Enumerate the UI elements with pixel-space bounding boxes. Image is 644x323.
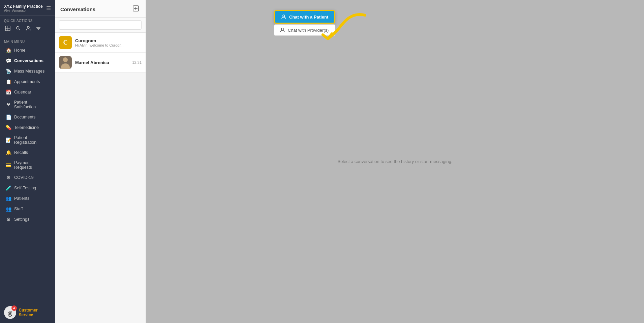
curogram-preview: Hi Alvin, welcome to Curogr...	[75, 43, 138, 47]
sidebar-item-home[interactable]: 🏠 Home	[1, 45, 54, 55]
settings-icon: ⚙	[5, 217, 11, 222]
search-input[interactable]	[59, 20, 142, 30]
sidebar-item-patient-satisfaction[interactable]: ❤ Patient Satisfaction	[1, 98, 54, 112]
sidebar-item-payment-requests[interactable]: 💳 Payment Requests	[1, 158, 54, 172]
sidebar-item-label-home: Home	[14, 48, 25, 53]
sidebar-item-label-telemedicine: Telemedicine	[14, 125, 39, 130]
sidebar-item-label-recalls: Recalls	[14, 150, 28, 155]
sidebar-item-label-settings: Settings	[14, 217, 29, 222]
marnel-avatar	[59, 56, 72, 69]
sidebar-item-patients[interactable]: 👥 Patients	[1, 193, 54, 204]
patients-icon: 👥	[5, 196, 11, 201]
chat-with-patient-button[interactable]: Chat with a Patient	[274, 10, 335, 24]
covid-icon: ⚙	[5, 175, 11, 180]
svg-point-5	[27, 26, 29, 28]
sidebar-item-label-staff: Staff	[14, 207, 23, 211]
sidebar-item-settings[interactable]: ⚙ Settings	[1, 214, 54, 224]
conversations-panel: Conversations C	[55, 0, 146, 323]
marnel-conv-info: Marnel Abrenica	[75, 60, 129, 65]
conversation-list: C Curogram Hi Alvin, welcome to Curogr..…	[55, 33, 146, 323]
marnel-time: 12:31	[132, 60, 142, 64]
sidebar-item-label-patients: Patients	[14, 196, 29, 201]
nav-list: 🏠 Home 💬 Conversations 📡 Mass Messages 📋…	[0, 45, 55, 302]
svg-point-13	[281, 28, 283, 30]
svg-point-3	[17, 27, 19, 29]
sidebar-item-calendar[interactable]: 📅 Calendar	[1, 87, 54, 97]
sidebar-item-patient-registration[interactable]: 📝 Patient Registration	[1, 133, 54, 147]
sidebar-item-covid19[interactable]: ⚙ COVID-19	[1, 172, 54, 183]
hamburger-icon[interactable]: ☰	[46, 5, 51, 11]
svg-point-12	[283, 15, 285, 17]
sidebar-item-label-patient-registration: Patient Registration	[14, 135, 50, 145]
sidebar-header: XYZ Family Practice Alvin Amoroso ☰	[0, 0, 55, 16]
conversations-title: Conversations	[60, 6, 95, 12]
customer-service-footer[interactable]: g 4 Customer Service	[0, 302, 55, 323]
customer-service-icon: g 4	[4, 306, 16, 319]
sidebar-item-mass-messages[interactable]: 📡 Mass Messages	[1, 66, 54, 76]
self-testing-icon: 🧪	[5, 185, 11, 191]
brand-name: XYZ Family Practice	[4, 4, 43, 9]
curogram-name: Curogram	[75, 38, 138, 43]
sidebar-item-self-testing[interactable]: 🧪 Self-Testing	[1, 183, 54, 193]
dropdown-menu: Chat with a Patient Chat with Provider(s…	[274, 10, 335, 36]
new-conversation-button[interactable]	[131, 5, 140, 14]
curogram-conv-info: Curogram Hi Alvin, welcome to Curogr...	[75, 38, 138, 47]
content-row: Conversations C	[55, 0, 644, 323]
conversations-icon: 💬	[5, 58, 11, 63]
chat-with-provider-button[interactable]: Chat with Provider(s)	[274, 24, 335, 36]
customer-service-label: Customer Service	[19, 308, 51, 317]
sidebar-item-label-appointments: Appointments	[14, 79, 40, 84]
curogram-avatar: C	[59, 36, 72, 49]
sidebar-item-label-documents: Documents	[14, 115, 35, 119]
marnel-name: Marnel Abrenica	[75, 60, 129, 65]
main-menu-label: Main Menu	[0, 37, 55, 45]
calendar-icon: 📅	[5, 89, 11, 95]
sidebar-item-label-calendar: Calendar	[14, 90, 31, 95]
chat-placeholder: Select a conversation to see the history…	[337, 159, 452, 164]
chat-with-patient-label: Chat with a Patient	[289, 15, 328, 20]
chat-area: Select a conversation to see the history…	[146, 0, 644, 323]
quick-actions-label: Quick Actions	[0, 16, 55, 25]
sidebar-item-label-patient-satisfaction: Patient Satisfaction	[14, 100, 50, 109]
brand-subtitle: Alvin Amoroso	[4, 9, 43, 12]
quick-actions-row	[0, 25, 55, 37]
compose-button[interactable]	[4, 25, 11, 34]
sidebar-item-telemedicine[interactable]: 💊 Telemedicine	[1, 123, 54, 133]
sidebar-item-label-covid19: COVID-19	[14, 175, 34, 180]
sidebar-item-conversations[interactable]: 💬 Conversations	[1, 56, 54, 66]
g-icon: g	[8, 308, 12, 317]
sidebar-item-label-payment-requests: Payment Requests	[14, 160, 50, 170]
staff-icon: 👥	[5, 206, 11, 212]
patient-quick-button[interactable]	[25, 25, 32, 34]
documents-icon: 📄	[5, 114, 11, 120]
sidebar-item-appointments[interactable]: 📋 Appointments	[1, 77, 54, 87]
sidebar-item-staff[interactable]: 👥 Staff	[1, 204, 54, 214]
patient-satisfaction-icon: ❤	[5, 102, 11, 107]
recalls-icon: 🔔	[5, 150, 11, 155]
conversations-header: Conversations	[55, 0, 146, 18]
sidebar-item-documents[interactable]: 📄 Documents	[1, 112, 54, 122]
sidebar-item-label-self-testing: Self-Testing	[14, 186, 36, 190]
telemedicine-icon: 💊	[5, 125, 11, 130]
conversation-item-marnel[interactable]: Marnel Abrenica 12:31	[55, 53, 146, 73]
notification-badge: 4	[11, 305, 17, 311]
main-content: Conversations C	[55, 0, 644, 323]
search-quick-button[interactable]	[15, 25, 22, 34]
sidebar-item-label-conversations: Conversations	[14, 58, 43, 63]
conv-search-container	[55, 18, 146, 33]
appointments-icon: 📋	[5, 79, 11, 84]
sidebar-item-label-mass-messages: Mass Messages	[14, 69, 44, 74]
chat-with-provider-label: Chat with Provider(s)	[288, 28, 329, 33]
filter-quick-button[interactable]	[35, 25, 42, 34]
sidebar: XYZ Family Practice Alvin Amoroso ☰ Quic…	[0, 0, 55, 323]
sidebar-item-recalls[interactable]: 🔔 Recalls	[1, 147, 54, 158]
svg-line-4	[19, 29, 20, 30]
patient-registration-icon: 📝	[5, 137, 11, 143]
payment-requests-icon: 💳	[5, 162, 11, 168]
mass-messages-icon: 📡	[5, 69, 11, 74]
conversation-item-curogram[interactable]: C Curogram Hi Alvin, welcome to Curogr..…	[55, 33, 146, 53]
sidebar-brand: XYZ Family Practice Alvin Amoroso	[4, 4, 43, 12]
home-icon: 🏠	[5, 48, 11, 53]
